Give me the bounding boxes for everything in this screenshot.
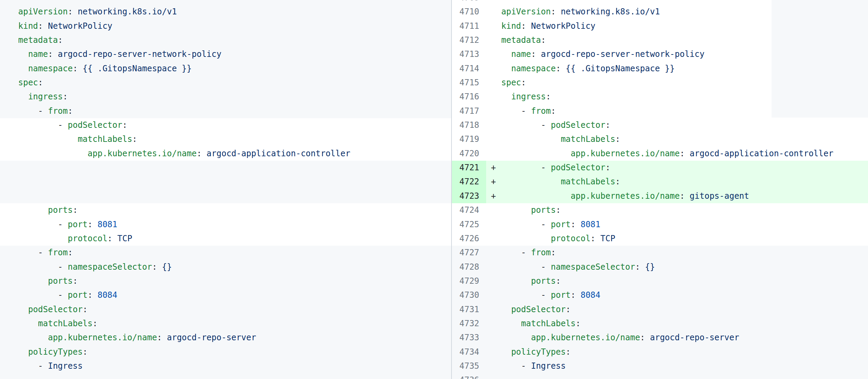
- token-key: from: [531, 106, 551, 116]
- line-number[interactable]: 4719: [452, 132, 486, 146]
- token-key: app.kubernetes.io/name: [48, 333, 157, 342]
- line-number[interactable]: 4729: [452, 274, 486, 288]
- old-code-line: - namespaceSelector: {}: [0, 260, 451, 274]
- out-of-hunk-top-region: [772, 0, 868, 118]
- line-number[interactable]: 4733: [452, 331, 486, 345]
- token-pln: :: [63, 92, 68, 101]
- token-pln: :: [87, 290, 97, 300]
- code-line-text: metadata:: [501, 33, 546, 47]
- token-pln: -: [501, 120, 551, 130]
- token-key: spec: [501, 78, 521, 87]
- token-pln: [18, 333, 48, 342]
- token-key: port: [551, 290, 571, 300]
- new-code-line-added: 4723+ app.kubernetes.io/name: gitops-age…: [452, 189, 868, 203]
- line-number[interactable]: 4714: [452, 62, 486, 76]
- line-number[interactable]: 4717: [452, 104, 486, 118]
- old-code-line: - from:: [0, 104, 451, 118]
- token-pln: [501, 49, 511, 59]
- line-number[interactable]: 4710: [452, 5, 486, 19]
- token-pln: [501, 191, 571, 201]
- token-pln: -: [18, 290, 68, 300]
- new-code-line: 4724 ports:: [452, 203, 868, 217]
- code-line-text: kind: NetworkPolicy: [501, 19, 596, 33]
- line-number[interactable]: 4715: [452, 76, 486, 90]
- token-pln: :: [605, 163, 610, 172]
- old-code-line: - port: 8084: [0, 288, 451, 302]
- code-line-text: podSelector:: [0, 303, 87, 317]
- token-pln: :: [152, 262, 162, 272]
- token-pln: :: [197, 149, 207, 158]
- line-number[interactable]: 4709: [452, 0, 486, 5]
- code-line-text: - from:: [0, 246, 73, 260]
- token-str: NetworkPolicy: [48, 21, 113, 31]
- code-line-text: namespace: {{ .GitopsNamespace }}: [0, 62, 192, 76]
- line-marker: [486, 76, 501, 90]
- token-pln: [501, 234, 551, 243]
- token-pln: :: [521, 21, 531, 31]
- diff-pane-new-file: 4709---4710apiVersion: networking.k8s.io…: [452, 0, 868, 379]
- line-marker: [486, 19, 501, 33]
- old-code-line: podSelector:: [0, 303, 451, 317]
- line-number[interactable]: 4735: [452, 359, 486, 373]
- code-line-text: spec:: [501, 76, 526, 90]
- line-number[interactable]: 4716: [452, 90, 486, 104]
- token-pln: :: [73, 64, 83, 73]
- line-number[interactable]: 4723: [452, 189, 486, 203]
- line-number[interactable]: 4725: [452, 218, 486, 232]
- token-pln: [18, 92, 28, 101]
- line-number[interactable]: 4734: [452, 345, 486, 359]
- token-pln: :: [640, 333, 650, 342]
- old-code-line: metadata:: [0, 33, 451, 47]
- old-code-line: namespace: {{ .GitopsNamespace }}: [0, 62, 451, 76]
- token-key: protocol: [551, 234, 591, 243]
- old-code-line: spec:: [0, 76, 451, 90]
- line-number[interactable]: 4712: [452, 33, 486, 47]
- line-number[interactable]: 4711: [452, 19, 486, 33]
- line-number[interactable]: 4722: [452, 175, 486, 189]
- old-code-line: matchLabels:: [0, 317, 451, 331]
- line-number[interactable]: 4713: [452, 47, 486, 61]
- new-code-line-added: 4722+ matchLabels:: [452, 175, 868, 189]
- token-str: argocd-application-controller: [207, 149, 350, 158]
- token-key: namespaceSelector: [551, 262, 635, 272]
- token-pln: ---: [501, 0, 516, 2]
- token-pln: :: [531, 49, 541, 59]
- added-line-marker: +: [486, 189, 501, 203]
- token-key: apiVersion: [501, 7, 551, 16]
- line-number[interactable]: 4728: [452, 260, 486, 274]
- line-number[interactable]: 4721: [452, 161, 486, 175]
- token-pln: :: [68, 7, 78, 16]
- line-number[interactable]: 4727: [452, 246, 486, 260]
- alignment-placeholder: [0, 161, 451, 175]
- line-number[interactable]: 4730: [452, 288, 486, 302]
- token-key: spec: [18, 78, 38, 87]
- code-line-text: app.kubernetes.io/name: argocd-repo-serv…: [0, 331, 256, 345]
- token-pln: [501, 333, 531, 342]
- token-pln: :: [83, 305, 87, 314]
- line-number[interactable]: 4726: [452, 232, 486, 246]
- token-key: app.kubernetes.io/name: [87, 149, 197, 158]
- old-code-line: - from:: [0, 246, 451, 260]
- new-code-line: 4725 - port: 8081: [452, 218, 868, 232]
- token-key: matchLabels: [38, 319, 93, 328]
- old-code-line: app.kubernetes.io/name: argocd-repo-serv…: [0, 331, 451, 345]
- token-pln: :: [615, 134, 620, 144]
- token-key: namespace: [28, 64, 73, 73]
- line-number[interactable]: 4736: [452, 373, 486, 379]
- line-number[interactable]: 4720: [452, 147, 486, 161]
- token-pln: [18, 49, 28, 59]
- token-pln: :: [635, 262, 645, 272]
- token-pln: :: [556, 276, 561, 286]
- token-pln: [501, 305, 511, 314]
- token-key: from: [48, 248, 68, 257]
- token-pln: -: [18, 220, 68, 229]
- token-pln: -: [501, 106, 531, 116]
- token-pln: :: [38, 78, 43, 87]
- token-pln: -: [501, 220, 551, 229]
- line-number[interactable]: 4732: [452, 317, 486, 331]
- line-number[interactable]: 4724: [452, 203, 486, 217]
- line-number[interactable]: 4718: [452, 118, 486, 132]
- token-pln: :: [38, 21, 48, 31]
- line-number[interactable]: 4731: [452, 303, 486, 317]
- new-code-line: 4734 policyTypes:: [452, 345, 868, 359]
